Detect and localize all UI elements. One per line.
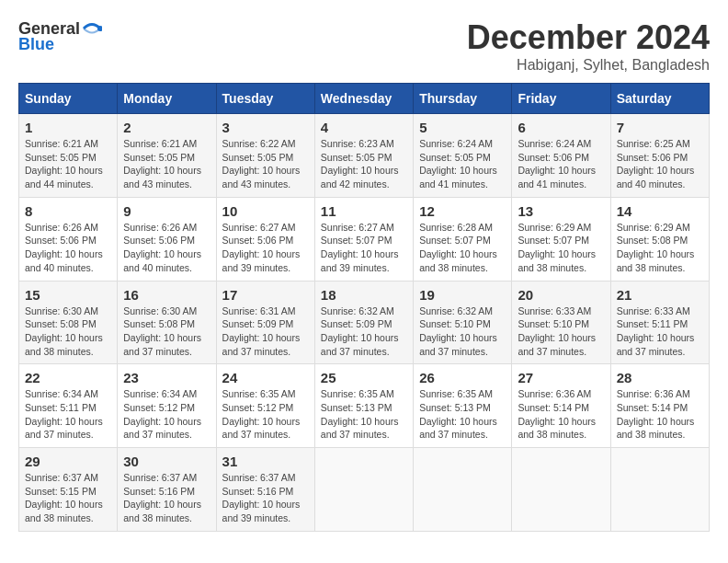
day-header-sunday: Sunday: [19, 84, 118, 114]
calendar-cell: 7Sunrise: 6:25 AM Sunset: 5:06 PM Daylig…: [610, 114, 709, 198]
day-number: 27: [518, 370, 604, 385]
day-number: 23: [123, 370, 210, 385]
calendar-cell: 11Sunrise: 6:27 AM Sunset: 5:07 PM Dayli…: [314, 197, 413, 281]
day-info: Sunrise: 6:26 AM Sunset: 5:06 PM Dayligh…: [123, 222, 201, 273]
day-info: Sunrise: 6:21 AM Sunset: 5:05 PM Dayligh…: [123, 138, 201, 190]
calendar-cell: 29Sunrise: 6:37 AM Sunset: 5:15 PM Dayli…: [19, 448, 118, 532]
day-header-friday: Friday: [512, 84, 610, 114]
calendar-cell: 28Sunrise: 6:36 AM Sunset: 5:14 PM Dayli…: [610, 364, 709, 448]
calendar-week-row: 8Sunrise: 6:26 AM Sunset: 5:06 PM Daylig…: [19, 197, 710, 281]
calendar-cell: 3Sunrise: 6:22 AM Sunset: 5:05 PM Daylig…: [216, 114, 314, 198]
calendar-cell: 26Sunrise: 6:35 AM Sunset: 5:13 PM Dayli…: [414, 364, 512, 448]
calendar-cell: 13Sunrise: 6:29 AM Sunset: 5:07 PM Dayli…: [512, 197, 610, 281]
day-number: 21: [617, 287, 703, 303]
day-number: 25: [321, 370, 407, 385]
calendar-cell: 6Sunrise: 6:24 AM Sunset: 5:06 PM Daylig…: [512, 114, 610, 198]
day-header-thursday: Thursday: [414, 84, 512, 114]
day-header-tuesday: Tuesday: [216, 84, 314, 114]
day-number: 28: [617, 370, 703, 385]
location-title: Habiganj, Sylhet, Bangladesh: [467, 57, 710, 74]
day-info: Sunrise: 6:26 AM Sunset: 5:06 PM Dayligh…: [25, 222, 103, 273]
day-info: Sunrise: 6:34 AM Sunset: 5:11 PM Dayligh…: [25, 388, 103, 440]
day-number: 4: [321, 120, 407, 135]
calendar-cell: 21Sunrise: 6:33 AM Sunset: 5:11 PM Dayli…: [610, 281, 709, 364]
title-area: December 2024 Habiganj, Sylhet, Banglade…: [467, 18, 710, 74]
calendar-cell: [610, 448, 709, 532]
calendar-cell: [314, 448, 413, 532]
day-info: Sunrise: 6:37 AM Sunset: 5:15 PM Dayligh…: [25, 472, 103, 523]
calendar-week-row: 22Sunrise: 6:34 AM Sunset: 5:11 PM Dayli…: [19, 364, 710, 448]
calendar-cell: 27Sunrise: 6:36 AM Sunset: 5:14 PM Dayli…: [512, 364, 610, 448]
day-number: 6: [518, 120, 604, 135]
day-info: Sunrise: 6:36 AM Sunset: 5:14 PM Dayligh…: [617, 388, 695, 440]
calendar-cell: 9Sunrise: 6:26 AM Sunset: 5:06 PM Daylig…: [118, 197, 216, 281]
calendar-cell: 15Sunrise: 6:30 AM Sunset: 5:08 PM Dayli…: [19, 281, 118, 364]
calendar-cell: 24Sunrise: 6:35 AM Sunset: 5:12 PM Dayli…: [216, 364, 314, 448]
day-header-monday: Monday: [118, 84, 216, 114]
day-info: Sunrise: 6:34 AM Sunset: 5:12 PM Dayligh…: [123, 388, 201, 440]
header: General Blue December 2024 Habiganj, Syl…: [18, 18, 710, 74]
day-info: Sunrise: 6:25 AM Sunset: 5:06 PM Dayligh…: [617, 138, 695, 190]
day-number: 7: [617, 120, 703, 135]
day-info: Sunrise: 6:29 AM Sunset: 5:07 PM Dayligh…: [518, 222, 596, 273]
day-number: 26: [419, 370, 506, 385]
calendar-cell: 25Sunrise: 6:35 AM Sunset: 5:13 PM Dayli…: [314, 364, 413, 448]
day-number: 17: [222, 287, 309, 303]
day-info: Sunrise: 6:31 AM Sunset: 5:09 PM Dayligh…: [222, 305, 301, 357]
day-number: 8: [25, 203, 111, 219]
calendar-cell: 18Sunrise: 6:32 AM Sunset: 5:09 PM Dayli…: [314, 281, 413, 364]
day-info: Sunrise: 6:32 AM Sunset: 5:10 PM Dayligh…: [419, 305, 497, 357]
day-info: Sunrise: 6:24 AM Sunset: 5:05 PM Dayligh…: [419, 138, 497, 190]
calendar-cell: [414, 448, 512, 532]
calendar-cell: [512, 448, 610, 532]
day-info: Sunrise: 6:27 AM Sunset: 5:06 PM Dayligh…: [222, 222, 301, 273]
day-number: 14: [617, 203, 703, 219]
calendar-cell: 17Sunrise: 6:31 AM Sunset: 5:09 PM Dayli…: [216, 281, 314, 364]
day-number: 16: [123, 287, 210, 303]
calendar-cell: 19Sunrise: 6:32 AM Sunset: 5:10 PM Dayli…: [414, 281, 512, 364]
month-title: December 2024: [467, 18, 710, 57]
calendar-cell: 31Sunrise: 6:37 AM Sunset: 5:16 PM Dayli…: [216, 448, 314, 532]
calendar-header-row: SundayMondayTuesdayWednesdayThursdayFrid…: [19, 84, 710, 114]
day-info: Sunrise: 6:23 AM Sunset: 5:05 PM Dayligh…: [321, 138, 399, 190]
calendar-cell: 22Sunrise: 6:34 AM Sunset: 5:11 PM Dayli…: [19, 364, 118, 448]
calendar-cell: 4Sunrise: 6:23 AM Sunset: 5:05 PM Daylig…: [314, 114, 413, 198]
calendar-week-row: 15Sunrise: 6:30 AM Sunset: 5:08 PM Dayli…: [19, 281, 710, 364]
day-number: 20: [518, 287, 604, 303]
calendar-cell: 14Sunrise: 6:29 AM Sunset: 5:08 PM Dayli…: [610, 197, 709, 281]
day-number: 12: [419, 203, 506, 219]
day-info: Sunrise: 6:36 AM Sunset: 5:14 PM Dayligh…: [518, 388, 596, 440]
day-info: Sunrise: 6:37 AM Sunset: 5:16 PM Dayligh…: [222, 472, 301, 523]
day-number: 9: [123, 203, 210, 219]
calendar-cell: 20Sunrise: 6:33 AM Sunset: 5:10 PM Dayli…: [512, 281, 610, 364]
logo: General Blue: [18, 18, 104, 54]
day-header-wednesday: Wednesday: [314, 84, 413, 114]
day-info: Sunrise: 6:28 AM Sunset: 5:07 PM Dayligh…: [419, 222, 497, 273]
calendar-cell: 30Sunrise: 6:37 AM Sunset: 5:16 PM Dayli…: [118, 448, 216, 532]
day-number: 3: [222, 120, 309, 135]
day-number: 15: [25, 287, 111, 303]
day-info: Sunrise: 6:27 AM Sunset: 5:07 PM Dayligh…: [321, 222, 399, 273]
day-number: 18: [321, 287, 407, 303]
calendar-table: SundayMondayTuesdayWednesdayThursdayFrid…: [18, 83, 710, 532]
day-info: Sunrise: 6:29 AM Sunset: 5:08 PM Dayligh…: [617, 222, 695, 273]
logo-icon: [82, 18, 102, 39]
day-number: 31: [222, 454, 309, 469]
day-info: Sunrise: 6:35 AM Sunset: 5:13 PM Dayligh…: [321, 388, 399, 440]
day-info: Sunrise: 6:24 AM Sunset: 5:06 PM Dayligh…: [518, 138, 596, 190]
calendar-cell: 12Sunrise: 6:28 AM Sunset: 5:07 PM Dayli…: [414, 197, 512, 281]
day-number: 24: [222, 370, 309, 385]
day-number: 13: [518, 203, 604, 219]
day-info: Sunrise: 6:30 AM Sunset: 5:08 PM Dayligh…: [25, 305, 103, 357]
day-info: Sunrise: 6:35 AM Sunset: 5:12 PM Dayligh…: [222, 388, 301, 440]
day-number: 1: [25, 120, 111, 135]
logo-blue-text: Blue: [18, 35, 54, 54]
calendar-cell: 16Sunrise: 6:30 AM Sunset: 5:08 PM Dayli…: [118, 281, 216, 364]
calendar-cell: 8Sunrise: 6:26 AM Sunset: 5:06 PM Daylig…: [19, 197, 118, 281]
day-info: Sunrise: 6:33 AM Sunset: 5:11 PM Dayligh…: [617, 305, 695, 357]
day-number: 2: [123, 120, 210, 135]
day-number: 10: [222, 203, 309, 219]
calendar-week-row: 29Sunrise: 6:37 AM Sunset: 5:15 PM Dayli…: [19, 448, 710, 532]
calendar-cell: 10Sunrise: 6:27 AM Sunset: 5:06 PM Dayli…: [216, 197, 314, 281]
day-info: Sunrise: 6:37 AM Sunset: 5:16 PM Dayligh…: [123, 472, 201, 523]
